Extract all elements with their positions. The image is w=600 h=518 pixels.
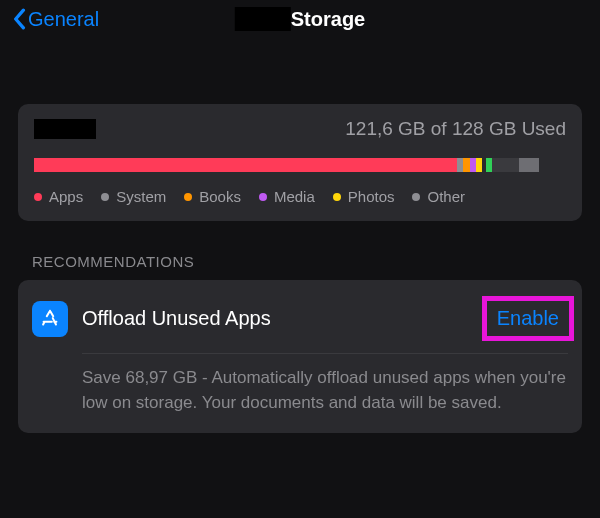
redacted-device-name xyxy=(235,7,291,31)
legend-dot-icon xyxy=(412,193,420,201)
redacted-label xyxy=(34,119,96,139)
page-title: Storage xyxy=(291,8,365,31)
recommendation-title: Offload Unused Apps xyxy=(82,307,468,330)
storage-segment xyxy=(539,158,566,172)
legend-label: Apps xyxy=(49,188,83,205)
legend-item: Books xyxy=(184,188,241,205)
back-button[interactable]: General xyxy=(12,8,99,31)
storage-segment xyxy=(492,158,519,172)
storage-summary-row: 121,6 GB of 128 GB Used xyxy=(34,118,566,140)
legend-label: Photos xyxy=(348,188,395,205)
enable-button[interactable]: Enable xyxy=(489,303,567,334)
recommendations-header: RECOMMENDATIONS xyxy=(32,253,582,270)
storage-segment xyxy=(34,158,457,172)
nav-bar: General Storage xyxy=(0,0,600,44)
legend-label: Media xyxy=(274,188,315,205)
legend-dot-icon xyxy=(259,193,267,201)
legend-item: System xyxy=(101,188,166,205)
nav-title-wrap: Storage xyxy=(235,7,365,31)
legend-label: System xyxy=(116,188,166,205)
storage-card: 121,6 GB of 128 GB Used AppsSystemBooksM… xyxy=(18,104,582,221)
legend-dot-icon xyxy=(34,193,42,201)
legend-dot-icon xyxy=(333,193,341,201)
enable-highlight-box: Enable xyxy=(482,296,574,341)
legend-label: Other xyxy=(427,188,465,205)
storage-bar xyxy=(34,158,566,172)
legend-dot-icon xyxy=(101,193,109,201)
storage-used-text: 121,6 GB of 128 GB Used xyxy=(345,118,566,140)
content: 121,6 GB of 128 GB Used AppsSystemBooksM… xyxy=(0,44,600,433)
legend-label: Books xyxy=(199,188,241,205)
chevron-left-icon xyxy=(12,8,26,30)
legend-item: Apps xyxy=(34,188,83,205)
legend-item: Photos xyxy=(333,188,395,205)
storage-legend: AppsSystemBooksMediaPhotosOther xyxy=(34,188,566,205)
recommendation-top-row: Offload Unused Apps Enable xyxy=(32,296,568,353)
legend-dot-icon xyxy=(184,193,192,201)
legend-item: Other xyxy=(412,188,465,205)
recommendation-body: Save 68,97 GB - Automatically offload un… xyxy=(82,353,568,415)
app-store-icon xyxy=(32,301,68,337)
recommendation-card: Offload Unused Apps Enable Save 68,97 GB… xyxy=(18,280,582,433)
legend-item: Media xyxy=(259,188,315,205)
storage-segment xyxy=(519,158,540,172)
back-label: General xyxy=(28,8,99,31)
recommendation-description: Save 68,97 GB - Automatically offload un… xyxy=(82,366,568,415)
